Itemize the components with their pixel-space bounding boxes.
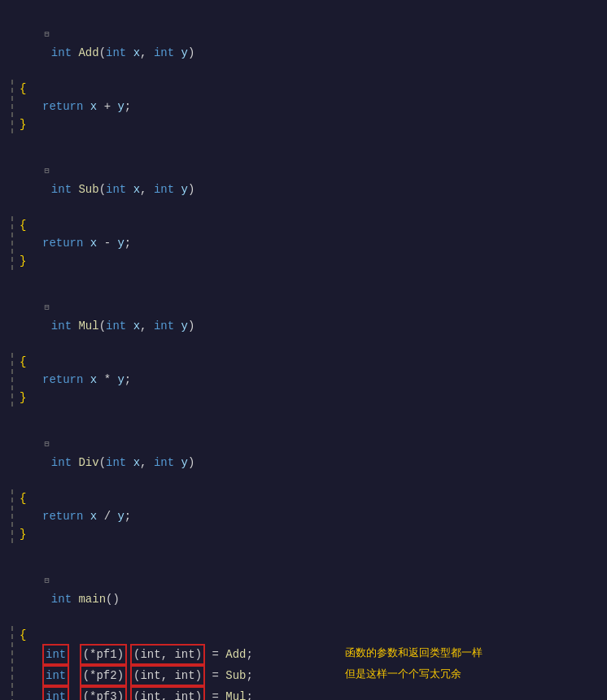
punc [72,667,79,685]
punc-params-pf1: (int, int) [133,648,202,661]
punc: , [140,320,146,333]
punc: () [106,593,120,606]
kw: int [154,320,174,333]
brace-open: { [20,219,26,232]
annotation-line2: 但是这样一个个写太冗余 [345,665,461,683]
punc: ( [99,320,106,333]
op-minus: - [104,237,111,250]
param: y [181,46,188,59]
kw-int-main: int [44,593,78,606]
punc [72,646,79,663]
brace-close: } [20,391,26,404]
kw: int [106,456,126,469]
collapse-icon-mul: ⊟ [44,303,49,312]
punc: , [140,456,146,469]
fn-mul-ref: Mul [225,688,246,700]
collapse-icon-sub: ⊟ [44,167,49,176]
op-mul: * [104,373,111,386]
main-function: ⊟ int main() { int (*pf1) (int, int) = A… [0,553,607,700]
punc-params-pf3: (int, int) [133,690,202,700]
annotation-line1: 函数的参数和返回类型都一样 [345,644,483,662]
kw: int [106,46,126,59]
param: x [133,183,140,196]
kw-int-pf2: int [46,669,66,682]
kw-int-pf3: int [46,690,66,700]
fn-add-ref: Add [225,646,246,663]
param-x: x [90,510,97,523]
fn-div: Div [78,456,98,469]
param-x: x [90,100,97,113]
punc-semi3: ; [247,667,253,685]
punc-semi2: ; [247,646,253,663]
collapse-icon-div: ⊟ [44,440,49,449]
punc: ( [99,456,106,469]
punc: ) [188,46,194,59]
kw-int: int [44,320,78,333]
brace-close: } [20,118,26,131]
param-y: y [117,510,124,523]
kw-return: return [42,100,83,113]
kw: int [106,183,126,196]
punc-pf3: (*pf3) [83,690,124,700]
fn-sub: Sub [78,183,98,196]
punc-semi: ; [124,373,131,386]
punc: ) [188,320,194,333]
param: x [133,46,140,59]
param: x [133,320,140,333]
param-y: y [117,373,124,386]
add-function: ⊟ int Add(int x, int y) { return x + y; … [0,7,607,133]
param-x: x [90,237,97,250]
collapse-icon-main: ⊟ [44,576,49,585]
collapse-icon-add: ⊟ [44,30,49,39]
brace-open-main: { [20,628,26,641]
brace-open: { [20,82,26,95]
fn-main: main [78,593,106,606]
punc: ( [99,183,106,196]
code-container: ⊟ int Add(int x, int y) { return x + y; … [0,0,607,700]
param-y: y [117,100,124,113]
mul-function: ⊟ int Mul(int x, int y) { return x * y; … [0,280,607,407]
punc: ( [99,46,106,59]
param-x: x [90,373,97,386]
punc-semi: ; [124,510,131,523]
punc: ) [188,456,194,469]
param-y: y [117,237,124,250]
param: x [133,456,140,469]
brace-open: { [20,492,26,505]
fn-sub-ref: Sub [225,667,246,685]
kw: int [154,456,174,469]
kw-int: int [44,456,78,469]
punc-semi: ; [124,237,131,250]
brace-open: { [20,355,26,368]
punc: ) [188,183,194,196]
punc: , [140,183,146,196]
punc-semi: ; [124,100,131,113]
param: y [181,320,188,333]
param: y [181,183,188,196]
fn-mul: Mul [78,320,98,333]
param: y [181,456,188,469]
kw: int [154,46,174,59]
punc-pf2: (*pf2) [83,669,124,682]
kw-return: return [42,510,83,523]
punc-semi4: ; [247,688,253,700]
op-div: / [104,510,111,523]
brace-close: } [20,528,26,541]
punc-params-pf2: (int, int) [133,669,202,682]
op-eq: = [205,646,225,663]
kw-int-pf1: int [46,648,66,661]
kw-int: int [44,46,78,59]
div-function: ⊟ int Div(int x, int y) { return x / y; … [0,416,607,543]
kw-int: int [44,183,78,196]
punc [72,688,79,700]
kw: int [154,183,174,196]
punc-pf1: (*pf1) [83,648,124,661]
op-eq2: = [205,667,225,685]
brace-close: } [20,254,26,267]
kw-return: return [42,237,83,250]
op-plus: + [104,100,111,113]
sub-function: ⊟ int Sub(int x, int y) { return x - y; … [0,143,607,270]
fn-add: Add [78,46,98,59]
kw-return: return [42,373,83,386]
op-eq3: = [205,688,225,700]
